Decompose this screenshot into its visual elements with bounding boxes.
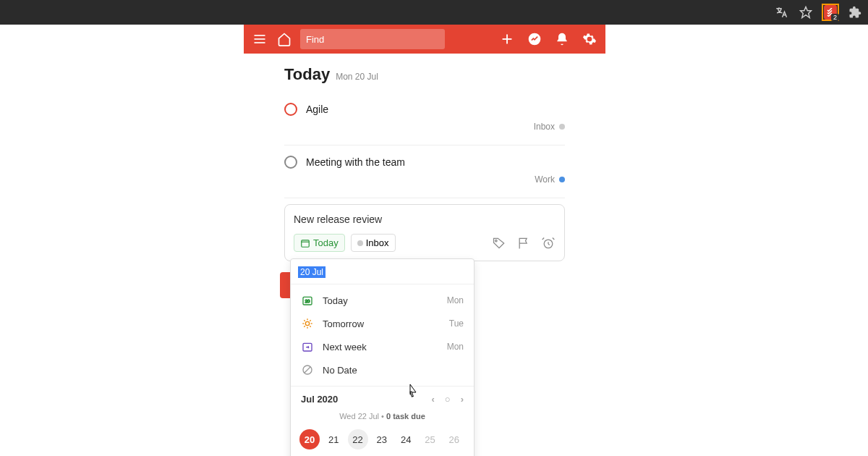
calendar-today-dot-icon[interactable]: ○ <box>445 394 451 405</box>
quick-date-day: Mon <box>447 342 464 352</box>
add-task-icon[interactable] <box>498 30 516 48</box>
quick-date-today[interactable]: 20 Today Mon <box>291 289 474 312</box>
project-button[interactable]: Inbox <box>351 234 396 252</box>
quick-date-label: Next week <box>323 342 367 352</box>
calendar-day[interactable]: 26 <box>444 429 464 449</box>
priority-flag-icon[interactable] <box>516 236 531 250</box>
task-list-area: Today Mon 20 Jul Agile Inbox Meeting wit… <box>244 54 605 456</box>
calendar-day[interactable]: 29 <box>348 452 368 456</box>
quick-date-list: 20 Today Mon Tomorrow Tue Next week Mon … <box>291 284 474 387</box>
date-picker-popup: 20 Jul 20 Today Mon Tomorrow Tue Next we… <box>290 258 475 456</box>
calendar-day[interactable]: 28 <box>323 452 344 456</box>
svg-line-18 <box>304 320 305 321</box>
todoist-panel: Find Today Mon 20 Jul Agile <box>244 25 605 456</box>
date-input-value: 20 Jul <box>298 266 326 278</box>
svg-point-9 <box>495 240 498 242</box>
task-item[interactable]: Agile Inbox <box>284 98 565 145</box>
quick-date-label: No Date <box>323 365 357 376</box>
productivity-icon[interactable] <box>526 30 543 48</box>
browser-toolbar: 2 <box>0 0 868 25</box>
quick-date-next-week[interactable]: Next week Mon <box>291 335 474 358</box>
sun-icon <box>301 318 314 329</box>
quick-date-label: Today <box>323 295 348 306</box>
calendar-day[interactable]: 25 <box>420 429 440 449</box>
task-name: Agile <box>306 104 328 115</box>
settings-gear-icon[interactable] <box>581 30 598 48</box>
task-name: Meeting with the team <box>306 156 405 168</box>
task-name-input[interactable]: New release review <box>294 214 556 225</box>
calendar-grid: 202122232425262728293031 <box>291 426 474 456</box>
page-date: Mon 20 Jul <box>336 72 378 82</box>
schedule-label: Today <box>313 237 339 248</box>
quick-date-label: Tomorrow <box>323 318 364 329</box>
calendar-day[interactable]: 23 <box>372 429 392 449</box>
svg-text:20: 20 <box>305 299 310 303</box>
calendar-month-label: Jul 2020 <box>301 394 338 405</box>
home-icon[interactable] <box>276 30 293 48</box>
calendar-day[interactable]: 31 <box>396 452 416 456</box>
calendar-day[interactable]: 21 <box>323 429 344 449</box>
svg-point-13 <box>305 321 309 325</box>
task-project-label: Work <box>535 174 555 185</box>
task-checkbox[interactable] <box>284 103 297 116</box>
translate-icon[interactable] <box>773 4 790 21</box>
calendar-next-icon[interactable]: › <box>461 394 464 405</box>
calendar-day[interactable]: 27 <box>299 452 320 456</box>
reminder-clock-icon[interactable] <box>541 236 556 250</box>
none-icon <box>301 364 314 376</box>
bookmark-star-icon[interactable] <box>797 4 814 21</box>
menu-icon[interactable] <box>251 30 268 48</box>
schedule-button[interactable]: Today <box>294 234 345 252</box>
calendar-day[interactable]: 22 <box>348 429 368 449</box>
notifications-icon[interactable] <box>553 30 571 48</box>
app-header: Find <box>244 25 605 54</box>
todoist-extension-icon[interactable]: 2 <box>822 4 839 21</box>
quick-date-tomorrow[interactable]: Tomorrow Tue <box>291 312 474 335</box>
svg-line-24 <box>305 367 310 373</box>
task-project-label: Inbox <box>534 122 555 132</box>
quick-date-no-date[interactable]: No Date <box>291 358 474 381</box>
calendar-day[interactable]: 20 <box>299 429 320 449</box>
svg-marker-0 <box>801 7 812 18</box>
project-dot-icon <box>559 177 565 182</box>
calendar-day[interactable]: 30 <box>372 452 392 456</box>
quick-date-day: Tue <box>449 318 464 329</box>
extension-badge: 2 <box>831 14 839 21</box>
task-editor: New release review Today Inbox <box>284 204 565 261</box>
svg-line-21 <box>304 326 305 326</box>
search-input[interactable]: Find <box>300 29 445 49</box>
next-icon <box>301 341 314 352</box>
project-dot-icon <box>357 240 363 246</box>
calendar-day[interactable]: 24 <box>396 429 416 449</box>
page-title: Today <box>284 65 330 84</box>
calendar-prev-icon[interactable]: ‹ <box>431 394 434 405</box>
svg-line-19 <box>310 326 310 326</box>
project-dot-icon <box>559 124 565 130</box>
project-label: Inbox <box>366 237 389 248</box>
extensions-puzzle-icon[interactable] <box>846 4 864 21</box>
svg-rect-7 <box>302 240 310 246</box>
label-icon[interactable] <box>492 236 506 250</box>
quick-date-day: Mon <box>447 295 464 305</box>
today-icon: 20 <box>301 295 314 306</box>
search-placeholder: Find <box>306 34 324 45</box>
calendar-hover-hint: Wed 22 Jul • 0 task due <box>291 412 474 426</box>
task-checkbox[interactable] <box>284 156 297 169</box>
date-input-row[interactable]: 20 Jul <box>291 259 474 284</box>
task-item[interactable]: Meeting with the team Work <box>284 151 565 198</box>
svg-line-20 <box>310 320 310 321</box>
